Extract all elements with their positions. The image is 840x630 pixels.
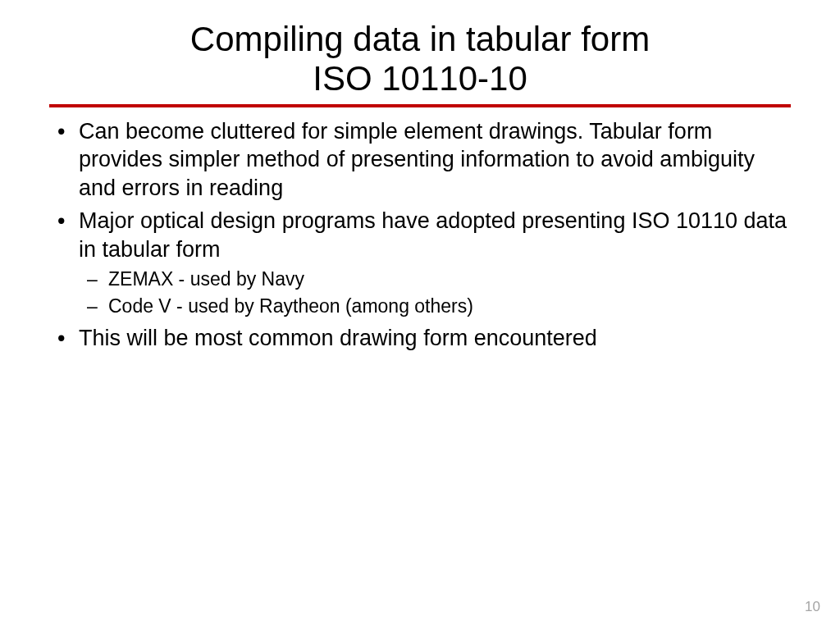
bullet-text: Can become cluttered for simple element … [79,119,755,200]
bullet-item: This will be most common drawing form en… [49,324,791,353]
bullet-text: This will be most common drawing form en… [79,326,597,350]
sub-bullet-item: Code V - used by Raytheon (among others) [79,294,791,319]
title-line-1: Compiling data in tabular form [190,20,650,58]
title-underline [49,104,791,107]
sub-bullet-text: ZEMAX - used by Navy [108,268,304,290]
slide: Compiling data in tabular form ISO 10110… [0,0,840,630]
bullet-item: Can become cluttered for simple element … [49,117,791,203]
sub-bullet-list: ZEMAX - used by Navy Code V - used by Ra… [79,267,791,319]
title-line-2: ISO 10110-10 [313,59,527,98]
bullet-list: Can become cluttered for simple element … [49,117,791,353]
bullet-text: Major optical design programs have adopt… [79,208,787,262]
page-number: 10 [805,599,820,615]
sub-bullet-item: ZEMAX - used by Navy [79,267,791,292]
slide-title: Compiling data in tabular form ISO 10110… [49,20,791,99]
sub-bullet-text: Code V - used by Raytheon (among others) [108,295,473,317]
bullet-item: Major optical design programs have adopt… [49,207,791,319]
